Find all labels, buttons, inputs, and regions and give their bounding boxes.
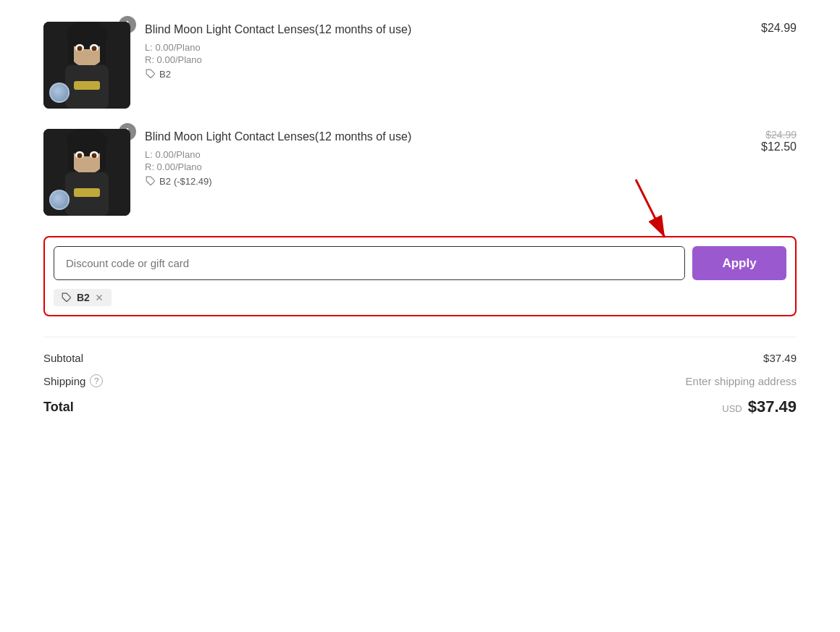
total-label: Total — [43, 400, 74, 415]
item-2-name: Blind Moon Light Contact Lenses(12 month… — [145, 129, 710, 145]
shipping-help-icon[interactable]: ? — [90, 374, 103, 387]
subtotal-value: $37.49 — [763, 352, 797, 364]
order-summary: Subtotal $37.49 Shipping ? Enter shippin… — [43, 337, 797, 416]
discount-input-row: Apply — [54, 246, 786, 280]
item-2-tag-icon — [145, 175, 156, 187]
applied-code-label: B2 — [77, 292, 90, 303]
apply-button[interactable]: Apply — [692, 246, 786, 280]
cart-item-2: 1 — [43, 129, 797, 216]
svg-rect-3 — [68, 35, 74, 64]
item-1-tag-icon — [145, 68, 156, 80]
item-2-details: Blind Moon Light Contact Lenses(12 month… — [145, 129, 710, 187]
item-2-spec-l: L: 0.00/Plano — [145, 149, 710, 160]
shipping-row: Shipping ? Enter shipping address — [43, 374, 797, 387]
item-1-price: $24.99 — [724, 22, 797, 35]
cart-page: 1 — [43, 22, 797, 416]
svg-rect-4 — [100, 35, 106, 64]
item-2-lens-bubble — [49, 190, 70, 210]
item-2-image — [43, 129, 130, 216]
cart-items-list: 1 — [43, 22, 797, 216]
item-1-coupon-code: B2 — [159, 69, 171, 80]
discount-section: Apply B2 — [43, 236, 797, 316]
item-2-spec-r: R: 0.00/Plano — [145, 161, 710, 172]
item-1-spec-l: L: 0.00/Plano — [145, 42, 710, 53]
svg-rect-16 — [100, 142, 106, 171]
total-row: Total USD $37.49 — [43, 397, 797, 416]
svg-point-9 — [77, 46, 83, 51]
item-2-price-original: $24.99 — [724, 129, 797, 140]
item-1-price-value: $24.99 — [761, 22, 797, 34]
shipping-label: Shipping ? — [43, 374, 103, 387]
applied-code-tag-icon — [61, 292, 72, 303]
remove-code-button[interactable] — [94, 292, 104, 303]
applied-code-b2: B2 — [54, 289, 112, 306]
svg-rect-18 — [74, 188, 100, 197]
item-2-price-current: $12.50 — [724, 140, 797, 153]
shipping-value: Enter shipping address — [686, 375, 797, 387]
item-2-coupon-discount: (-$12.49) — [174, 176, 212, 187]
item-1-name: Blind Moon Light Contact Lenses(12 month… — [145, 22, 710, 38]
svg-rect-6 — [74, 81, 100, 90]
applied-codes-list: B2 — [54, 289, 786, 306]
total-currency: USD — [722, 403, 742, 414]
subtotal-label: Subtotal — [43, 352, 83, 364]
item-2-coupon: B2 (-$12.49) — [145, 175, 710, 187]
svg-point-22 — [92, 153, 97, 159]
item-1-spec-r: R: 0.00/Plano — [145, 54, 710, 65]
item-1-image-wrapper: 1 — [43, 22, 130, 109]
cart-item-1: 1 — [43, 22, 797, 109]
item-2-coupon-code: B2 — [159, 176, 171, 187]
shipping-label-text: Shipping — [43, 375, 85, 387]
total-amount: $37.49 — [748, 397, 797, 416]
item-1-details: Blind Moon Light Contact Lenses(12 month… — [145, 22, 710, 80]
svg-rect-15 — [68, 142, 74, 171]
total-value-group: USD $37.49 — [722, 397, 797, 416]
item-1-image — [43, 22, 130, 109]
item-2-image-wrapper: 1 — [43, 129, 130, 216]
svg-point-10 — [92, 46, 97, 51]
discount-code-input[interactable] — [54, 246, 685, 280]
subtotal-row: Subtotal $37.49 — [43, 352, 797, 364]
item-1-coupon: B2 — [145, 68, 710, 80]
item-1-lens-bubble — [49, 83, 70, 103]
item-2-price: $24.99 $12.50 — [724, 129, 797, 153]
svg-point-21 — [77, 153, 83, 159]
